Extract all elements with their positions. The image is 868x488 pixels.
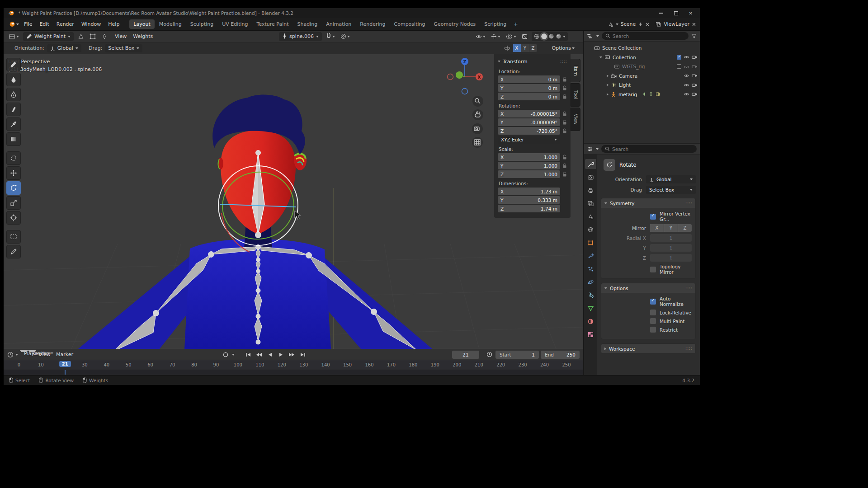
- minimize-button[interactable]: [659, 13, 663, 14]
- workspace-tab[interactable]: Compositing: [390, 19, 429, 29]
- lock-icon[interactable]: [562, 120, 567, 125]
- mirror-axis-button[interactable]: Z: [529, 44, 537, 52]
- disable-render-camera-icon[interactable]: [692, 55, 698, 59]
- rotation-field[interactable]: Y-0.000009°: [498, 118, 560, 126]
- tab-object-data[interactable]: [585, 303, 596, 313]
- option-row[interactable]: Restrict: [650, 327, 692, 333]
- option-row[interactable]: Auto Normalize: [650, 296, 692, 307]
- show-gizmo-button[interactable]: [490, 33, 502, 40]
- mirror-vertex-group-row[interactable]: Mirror Vertex Gr...: [650, 211, 692, 222]
- end-frame-field[interactable]: End 250: [541, 351, 580, 359]
- dimension-field[interactable]: Y0.333 m: [498, 196, 560, 204]
- expand-icon[interactable]: [607, 93, 609, 96]
- viewport-3d[interactable]: Z X User Perspective (21) BodyMesh_LOD0.…: [4, 54, 583, 349]
- mirror-axis-button[interactable]: Y: [521, 44, 529, 52]
- rotation-mode-dropdown[interactable]: XYZ Euler: [498, 136, 560, 144]
- tab-render[interactable]: [585, 172, 596, 182]
- box-select-tool[interactable]: [6, 230, 21, 244]
- timeline-menu-item[interactable]: View: [36, 350, 53, 359]
- preview-range-button[interactable]: [485, 351, 494, 359]
- workspace-tab[interactable]: Rendering: [356, 19, 389, 29]
- timeline-editor-icon[interactable]: [7, 352, 14, 358]
- options-dropdown[interactable]: Options: [551, 44, 576, 52]
- lock-icon[interactable]: [562, 155, 567, 160]
- unlink-scene-icon[interactable]: [645, 22, 650, 27]
- menu-item[interactable]: Render: [53, 20, 78, 28]
- add-workspace-button[interactable]: +: [510, 21, 521, 27]
- hide-eye-icon[interactable]: [684, 83, 689, 87]
- expand-icon[interactable]: [607, 84, 609, 86]
- timeline-track[interactable]: [4, 370, 583, 375]
- lock-icon[interactable]: [562, 172, 567, 177]
- expand-icon[interactable]: [599, 56, 602, 58]
- blender-menu-button[interactable]: [7, 20, 20, 28]
- location-field[interactable]: Y0 m: [498, 84, 560, 92]
- props-drag-dropdown[interactable]: Select Box: [646, 186, 696, 194]
- prev-keyframe-button[interactable]: [255, 351, 264, 359]
- scale-field[interactable]: X1.000: [498, 153, 560, 161]
- average-brush-tool[interactable]: [6, 88, 21, 101]
- location-field[interactable]: Z0 m: [498, 93, 560, 100]
- face-mask-toggle[interactable]: [76, 33, 85, 40]
- props-mirror-axis-button[interactable]: X: [650, 224, 664, 232]
- menu-item[interactable]: Help: [104, 20, 123, 28]
- chevron-down-icon[interactable]: [15, 354, 18, 356]
- outliner-row-scene-collection[interactable]: Scene Collection: [584, 43, 700, 53]
- disable-render-camera-icon[interactable]: [692, 74, 698, 78]
- mirror-vertex-checkbox[interactable]: [650, 214, 656, 220]
- next-keyframe-button[interactable]: [287, 351, 296, 359]
- jump-to-start-button[interactable]: [244, 351, 253, 359]
- disable-render-camera-icon[interactable]: [692, 83, 698, 87]
- smear-brush-tool[interactable]: [6, 103, 21, 116]
- scale-field[interactable]: Z1.000: [498, 170, 560, 178]
- radial-field[interactable]: 1: [650, 234, 692, 242]
- lock-icon[interactable]: [562, 85, 567, 91]
- workspace-tab[interactable]: Modeling: [155, 19, 186, 29]
- eye-closed-icon[interactable]: [684, 65, 689, 69]
- outliner-row-light[interactable]: Light: [584, 80, 700, 90]
- xray-toggle[interactable]: [520, 33, 529, 40]
- topology-mirror-row[interactable]: Topology Mirror: [650, 264, 692, 275]
- chevron-down-icon[interactable]: [596, 148, 599, 150]
- playhead[interactable]: [65, 370, 66, 375]
- menu-item[interactable]: Edit: [36, 20, 52, 28]
- properties-search-input[interactable]: Search: [601, 145, 697, 153]
- tab-material[interactable]: [585, 316, 596, 326]
- workspace-tab[interactable]: Sculpting: [186, 19, 217, 29]
- panel-drag-dots[interactable]: ∷∷: [560, 59, 567, 64]
- exclude-checkbox[interactable]: [677, 64, 681, 69]
- transform-tool[interactable]: [6, 211, 21, 225]
- tab-object[interactable]: [585, 238, 596, 248]
- outliner-row-wgts-rig[interactable]: WGTS_rig: [584, 62, 700, 71]
- lock-icon[interactable]: [562, 94, 567, 99]
- outliner-editor-icon[interactable]: [587, 33, 594, 39]
- chevron-down-icon[interactable]: [596, 35, 599, 37]
- remove-viewlayer-icon[interactable]: [692, 22, 696, 27]
- options-panel-header[interactable]: Options ∷∷: [601, 283, 695, 293]
- n-panel-tab[interactable]: Tool: [571, 83, 580, 107]
- timeline-menu-item[interactable]: Marker: [53, 350, 76, 359]
- hide-eye-icon[interactable]: [684, 92, 689, 96]
- outliner-row-metarig[interactable]: metarig: [584, 90, 700, 99]
- shading-solid-button[interactable]: [541, 33, 547, 39]
- option-checkbox[interactable]: [650, 310, 656, 315]
- radial-field[interactable]: 1: [650, 244, 692, 252]
- panel-drag-dots[interactable]: ∷∷: [685, 346, 692, 351]
- viewport-menu-item[interactable]: View: [112, 32, 130, 41]
- viewlayer-selector[interactable]: ViewLayer: [664, 21, 689, 27]
- hide-eye-icon[interactable]: [684, 55, 689, 59]
- scale-tool[interactable]: [6, 196, 21, 210]
- dimension-field[interactable]: X1.23 m: [498, 188, 560, 195]
- active-object-selector[interactable]: spine.006: [279, 32, 322, 41]
- tab-tool[interactable]: [585, 159, 596, 169]
- draw-brush-tool[interactable]: [6, 58, 21, 71]
- chevron-down-icon[interactable]: [232, 354, 235, 356]
- jump-to-end-button[interactable]: [298, 351, 307, 359]
- orientation-dropdown[interactable]: Global: [47, 44, 81, 52]
- viewport-menu-item[interactable]: Weights: [130, 32, 156, 41]
- timeline-menu-item[interactable]: Keying: [28, 350, 36, 355]
- panel-drag-dots[interactable]: ∷∷: [685, 286, 692, 291]
- bone-mask-toggle[interactable]: [100, 33, 109, 40]
- filter-funnel-icon[interactable]: [691, 33, 697, 39]
- workspace-tab[interactable]: Scripting: [480, 19, 510, 29]
